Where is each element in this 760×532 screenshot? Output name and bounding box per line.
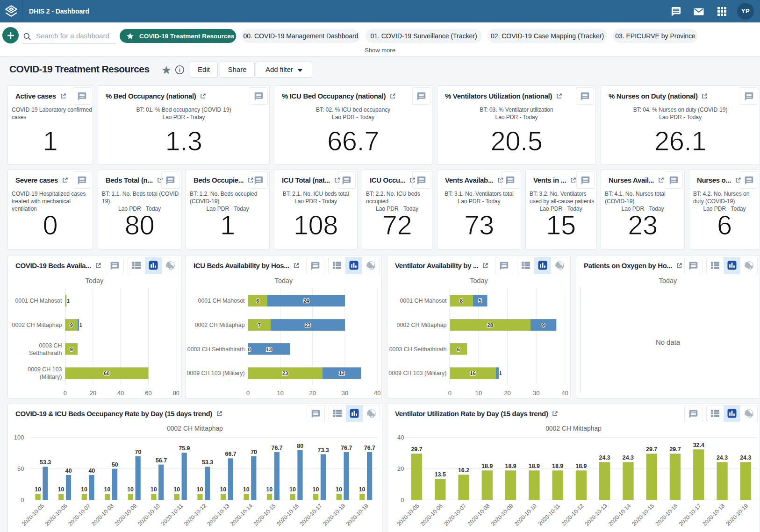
svg-text:2020-10-12: 2020-10-12: [560, 503, 585, 527]
svg-text:70: 70: [135, 449, 141, 455]
svg-text:76.7: 76.7: [364, 445, 375, 451]
svg-text:No data: No data: [656, 339, 681, 346]
svg-text:2020-10-19: 2020-10-19: [724, 503, 749, 527]
svg-text:40: 40: [88, 468, 95, 474]
svg-text:23: 23: [305, 322, 310, 328]
svg-text:Today: Today: [659, 277, 677, 284]
svg-text:2020-10-06: 2020-10-06: [44, 503, 69, 527]
svg-text:18.9: 18.9: [481, 463, 493, 469]
svg-text:9: 9: [70, 347, 73, 352]
svg-text:2020-10-08: 2020-10-08: [90, 503, 115, 527]
svg-text:10: 10: [58, 486, 65, 493]
svg-text:2020-10-09: 2020-10-09: [113, 503, 138, 527]
svg-text:12: 12: [339, 370, 344, 376]
svg-text:Today: Today: [275, 277, 293, 284]
svg-text:16: 16: [470, 370, 476, 376]
svg-text:76.7: 76.7: [341, 445, 352, 451]
svg-text:40: 40: [374, 390, 380, 397]
svg-text:Setthathirath: Setthathirath: [29, 350, 62, 356]
svg-text:2020-10-17: 2020-10-17: [299, 503, 323, 527]
svg-text:0009 CH 103: 0009 CH 103: [28, 366, 62, 373]
svg-text:24.3: 24.3: [623, 454, 634, 461]
svg-text:2020-10-13: 2020-10-13: [206, 503, 231, 527]
svg-text:2020-10-14: 2020-10-14: [229, 503, 254, 527]
svg-text:9: 9: [542, 322, 545, 328]
svg-text:2020-10-11: 2020-10-11: [160, 503, 185, 527]
svg-text:0009 CH 103 (Military): 0009 CH 103 (Military): [186, 370, 244, 376]
svg-text:0001 CH Mahosot: 0001 CH Mahosot: [400, 298, 447, 304]
svg-text:13.5: 13.5: [435, 471, 446, 478]
svg-text:20: 20: [504, 390, 510, 397]
svg-text:2020-10-15: 2020-10-15: [252, 503, 277, 527]
svg-text:50: 50: [17, 465, 24, 472]
svg-text:20: 20: [397, 465, 404, 472]
svg-text:18.9: 18.9: [505, 463, 516, 469]
svg-text:0: 0: [401, 497, 404, 504]
svg-text:2020-10-18: 2020-10-18: [322, 503, 346, 527]
svg-text:20: 20: [309, 390, 316, 397]
svg-text:2020-10-09: 2020-10-09: [490, 503, 515, 527]
svg-text:0003 CH Setthathirath: 0003 CH Setthathirath: [187, 346, 245, 353]
svg-text:29.7: 29.7: [669, 446, 681, 453]
svg-text:2020-10-07: 2020-10-07: [443, 503, 467, 527]
svg-text:10: 10: [173, 486, 180, 493]
svg-text:53.3: 53.3: [40, 459, 51, 466]
svg-text:10: 10: [336, 486, 342, 493]
svg-text:1: 1: [499, 370, 502, 376]
svg-text:56.7: 56.7: [156, 457, 167, 464]
svg-text:10: 10: [81, 486, 87, 493]
svg-text:10: 10: [266, 486, 272, 493]
svg-text:2020-10-14: 2020-10-14: [607, 503, 632, 527]
svg-text:0: 0: [248, 347, 251, 352]
svg-text:24.3: 24.3: [740, 454, 751, 461]
svg-text:2020-10-13: 2020-10-13: [584, 503, 609, 527]
svg-text:2020-10-11: 2020-10-11: [537, 503, 562, 527]
svg-text:1: 1: [79, 322, 82, 328]
svg-text:10: 10: [243, 486, 250, 493]
svg-text:0002 CH Mittaphap: 0002 CH Mittaphap: [12, 322, 62, 328]
svg-text:60: 60: [145, 390, 151, 397]
svg-text:18.9: 18.9: [575, 463, 587, 469]
svg-text:5: 5: [479, 298, 481, 304]
svg-text:(Military): (Military): [40, 374, 62, 380]
svg-text:13: 13: [266, 347, 272, 352]
svg-text:16.2: 16.2: [458, 467, 469, 474]
svg-text:24.3: 24.3: [717, 454, 728, 461]
svg-text:9: 9: [70, 322, 73, 328]
svg-text:Today: Today: [470, 277, 488, 284]
svg-text:0: 0: [448, 390, 452, 397]
svg-text:40: 40: [397, 434, 404, 441]
svg-text:10: 10: [277, 390, 283, 397]
svg-text:0002 CH Mittaphap: 0002 CH Mittaphap: [397, 322, 447, 328]
svg-text:32.4: 32.4: [693, 442, 704, 448]
svg-text:66.7: 66.7: [225, 451, 237, 457]
svg-text:0003 CH Setthathirath: 0003 CH Setthathirath: [389, 346, 447, 353]
svg-text:10: 10: [220, 486, 226, 493]
svg-text:2020-10-06: 2020-10-06: [419, 503, 444, 527]
svg-text:2020-10-10: 2020-10-10: [513, 503, 538, 527]
svg-text:20: 20: [90, 390, 96, 397]
svg-text:24: 24: [303, 298, 309, 304]
svg-text:2020-10-15: 2020-10-15: [631, 503, 655, 527]
svg-text:80: 80: [297, 443, 303, 449]
svg-text:10: 10: [127, 486, 134, 493]
svg-text:2020-10-08: 2020-10-08: [466, 503, 491, 527]
svg-text:29.7: 29.7: [411, 446, 422, 453]
svg-text:0002 CH Mittaphap: 0002 CH Mittaphap: [545, 425, 602, 432]
svg-text:30: 30: [342, 390, 348, 397]
svg-text:2020-10-05: 2020-10-05: [21, 503, 45, 527]
svg-text:10: 10: [104, 486, 111, 493]
svg-text:18.9: 18.9: [529, 463, 540, 469]
svg-text:50: 50: [112, 461, 118, 468]
svg-text:2020-10-18: 2020-10-18: [701, 503, 726, 527]
svg-text:23: 23: [282, 370, 288, 376]
svg-text:70: 70: [251, 449, 257, 455]
svg-text:30: 30: [533, 390, 539, 397]
svg-text:2020-10-12: 2020-10-12: [183, 503, 208, 527]
svg-text:2020-10-16: 2020-10-16: [275, 503, 300, 527]
svg-text:60: 60: [104, 370, 109, 376]
svg-text:2020-10-10: 2020-10-10: [136, 503, 161, 527]
svg-text:6: 6: [256, 298, 259, 304]
svg-text:Today: Today: [86, 277, 104, 284]
svg-text:10: 10: [475, 390, 482, 397]
